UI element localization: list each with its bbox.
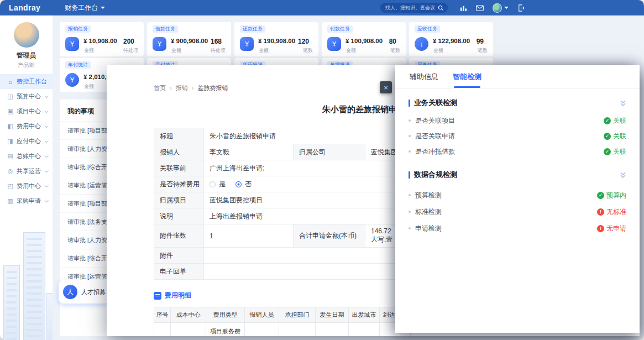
form-label: 归属公司 — [294, 144, 365, 160]
business-relation-section: 业务关联检测 是否关联项目 ✓ 关联 是否关联申请 ✓ 关联 — [395, 98, 640, 159]
status-text: 关联 — [613, 147, 626, 156]
panel-tabs: 辅助信息 智能检测 — [395, 65, 640, 88]
card-amount-label: 金额 — [84, 83, 94, 90]
form-label: 是否待摊费用 — [154, 176, 204, 192]
sidebar-item-ledger-center[interactable]: ▤ 总账中心 — [0, 149, 53, 164]
stat-card-reimburse[interactable]: 报销任务 ¥ ¥ 10,908.00 金额 200 待处理 — [60, 22, 144, 56]
sidebar-menu: ⌂ 费控工作台 ◫ 预算中心 ▣ 项目中心 ◧ 费用中心 ◨ 应付中心 — [0, 74, 53, 208]
topbar: Landray 财务工作台 — [0, 0, 644, 15]
radio-no-label: 否 — [245, 180, 252, 189]
logout-icon[interactable] — [517, 4, 525, 12]
cell-seq: 1 — [154, 323, 171, 337]
form-value-attach-count: 1 — [204, 224, 294, 248]
user-name: 管理员 — [0, 51, 53, 60]
warning-circle-icon: ! — [597, 225, 604, 232]
talent-recruit-widget[interactable]: 人 人才招募 — [59, 280, 109, 304]
section-accent-bar — [409, 171, 410, 179]
budget-icon: ◫ — [7, 93, 14, 100]
sidebar-item-budget-center[interactable]: ◫ 预算中心 — [0, 89, 53, 104]
section-title: 业务关联检测 — [414, 98, 620, 108]
form-label: 报销人 — [154, 144, 204, 160]
landray-logo: Landray — [9, 3, 40, 12]
radio-no[interactable] — [235, 181, 242, 187]
chevron-down-icon — [45, 139, 49, 143]
radio-yes-label: 是 — [219, 180, 226, 189]
form-label: 电子回单 — [154, 264, 204, 280]
sidebar-item-payable-center[interactable]: ◨ 应付中心 — [0, 134, 53, 149]
building-graphic — [46, 293, 53, 340]
stats-icon[interactable] — [460, 4, 467, 12]
stat-card-loan[interactable]: 借款任务 ¥ ¥ 900,908.00 金额 168 待处理 — [147, 22, 231, 56]
sidebar-item-label: 总账中心 — [17, 152, 45, 160]
check-circle-icon: ✓ — [597, 192, 604, 199]
chevron-down-icon — [45, 109, 49, 113]
sidebar-item-project-center[interactable]: ▣ 项目中心 — [0, 104, 53, 119]
card-amount: ¥ 900,908.00 — [171, 38, 208, 44]
chevron-down-icon — [45, 198, 49, 202]
card-tag: 借款任务 — [153, 25, 178, 33]
user-avatar[interactable] — [14, 22, 39, 48]
chevron-down-icon — [504, 7, 509, 9]
sidebar-item-expense-center[interactable]: ◧ 费用中心 — [0, 119, 53, 134]
search-input[interactable] — [384, 4, 438, 11]
status-text: 关联 — [613, 132, 626, 141]
card-amount: ¥ 190,908.00 — [258, 38, 295, 44]
collapse-chevron-icon[interactable] — [620, 100, 626, 107]
user-avatar-icon — [493, 3, 502, 13]
building-graphic — [3, 265, 20, 340]
status-text: 无申请 — [606, 224, 626, 233]
check-item-application: 是否关联申请 ✓ 关联 — [409, 128, 626, 144]
card-amount: ¥ 10,908.00 — [83, 38, 117, 44]
stat-card-repayment[interactable]: 还款任务 ¥ ¥ 190,908.00 金额 120 笔数 — [234, 22, 318, 56]
check-item-label: 是否冲抵借款 — [415, 147, 604, 156]
user-department: 产品部 — [0, 61, 53, 69]
card-count-label: 笔数 — [390, 47, 400, 54]
breadcrumb-reimburse[interactable]: 报销 — [166, 84, 188, 92]
sidebar-item-expense-workbench[interactable]: ⌂ 费控工作台 — [0, 74, 53, 89]
form-label: 说明 — [154, 208, 204, 224]
cell-expense-type: 项目服务费用—服务类差旅（交通） — [206, 323, 245, 337]
sidebar-item-label: 费用中心 — [17, 182, 45, 190]
reimburse-icon: ¥ — [65, 37, 79, 51]
stat-card-payment[interactable]: 付款任务 ¥ ¥ 100,908.00 金额 80 笔数 — [322, 22, 406, 56]
cell-claimant: 李文毅 — [245, 323, 279, 337]
user-menu[interactable] — [493, 3, 509, 13]
stat-card-receivable[interactable]: 应收任务 ↓ ¥ 122,908.00 金额 99 笔数 — [409, 22, 493, 56]
search-icon[interactable] — [438, 5, 444, 11]
detail-list-icon — [154, 292, 161, 300]
chevron-down-icon — [45, 124, 49, 128]
topbar-icon-group — [460, 3, 525, 13]
mail-icon[interactable] — [476, 5, 484, 11]
col-header: 发生日期 — [316, 307, 349, 323]
section-title: 数据合规检测 — [414, 170, 620, 180]
detail-data-row: 1 财务部 项目服务费用—服务类差旅（交通） 李文毅 人力资源部 2024-11… — [154, 323, 411, 337]
recruit-icon: 人 — [63, 285, 77, 299]
chevron-down-icon — [45, 169, 49, 172]
col-header: 承担部门 — [279, 307, 316, 323]
card-amount: ¥ 100,908.00 — [345, 38, 383, 44]
tab-smart-check[interactable]: 智能检测 — [453, 65, 481, 88]
cell-departure-city: 东莞市 — [349, 323, 380, 337]
chevron-down-icon — [45, 154, 49, 158]
sidebar-item-label: 应付中心 — [17, 137, 45, 145]
radio-yes[interactable] — [210, 181, 216, 187]
check-item-label: 标准检测 — [415, 207, 597, 217]
sidebar-item-purchase-request[interactable]: ▥ 采购申请 — [0, 193, 53, 208]
breadcrumb-home[interactable]: 首页 — [154, 84, 166, 92]
status-badge: ✓ 关联 — [604, 132, 626, 141]
card-tag: 应收任务 — [415, 25, 440, 33]
sidebar-item-expense-center-2[interactable]: ◰ 费用中心 — [0, 179, 53, 193]
sidebar-item-label: 预算中心 — [17, 92, 45, 101]
recruit-label: 人才招募 — [81, 288, 106, 296]
card-count-label: 待处理 — [123, 47, 138, 54]
ledger-icon: ▤ — [7, 153, 14, 160]
expense-icon: ◰ — [7, 182, 14, 190]
check-item-label: 申请检测 — [415, 224, 597, 233]
workspace-menu[interactable]: 财务工作台 — [65, 3, 105, 13]
close-button[interactable]: × — [380, 81, 392, 93]
sidebar-item-shared-ops[interactable]: ◎ 共享运营 — [0, 164, 53, 179]
global-search[interactable] — [380, 3, 448, 13]
card-tag: 报销任务 — [65, 25, 91, 33]
collapse-chevron-icon[interactable] — [620, 171, 626, 179]
tab-auxiliary-info[interactable]: 辅助信息 — [410, 65, 438, 88]
